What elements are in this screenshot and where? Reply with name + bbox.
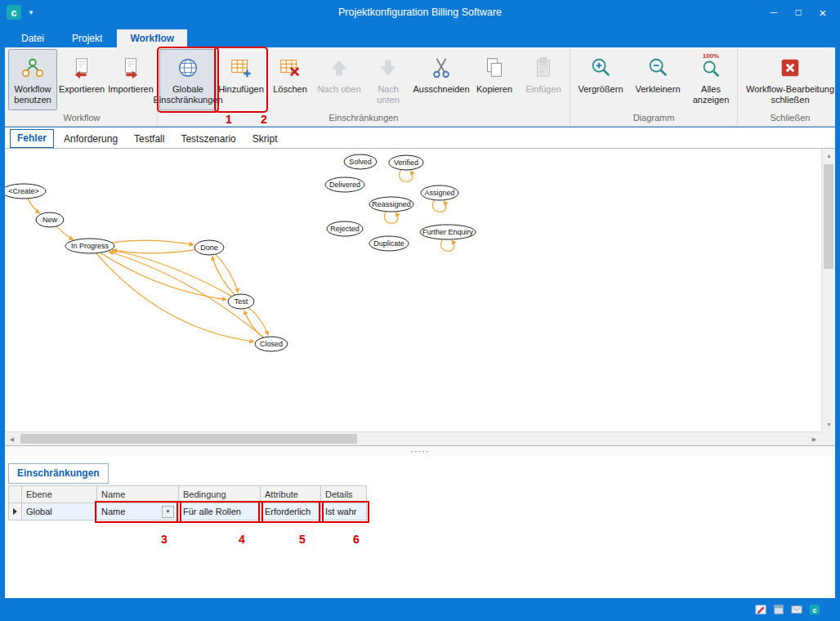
- svg-text:Done: Done: [200, 243, 218, 252]
- diagram-node[interactable]: Duplicate: [369, 236, 409, 251]
- cut-button[interactable]: Ausschneiden: [413, 49, 470, 110]
- copy-button[interactable]: Kopieren: [470, 49, 519, 110]
- diagram-node[interactable]: Verified: [389, 155, 423, 170]
- diagram-node[interactable]: Closed: [255, 337, 288, 351]
- title-bar: Projektkonfiguration Billing Software c …: [5, 0, 835, 25]
- maximize-button[interactable]: □: [786, 2, 811, 22]
- paste-button: Einfügen: [519, 49, 568, 110]
- annotation-2: 2: [261, 113, 267, 126]
- ribbon-group-schliessen: Workflow-Bearbeitung schließen Schließen: [738, 49, 840, 126]
- add-constraint-button[interactable]: Hinzufügen: [217, 49, 266, 110]
- ribbon-group-einschraenkungen: Globale Einschränkungen Hinzufügen Lösch…: [158, 49, 570, 126]
- table-header-row: Ebene Name Bedingung Attribute Details: [9, 486, 367, 503]
- table-delete-icon: [278, 53, 302, 83]
- ribbon-group-label: Workflow: [8, 110, 155, 126]
- diagram-node[interactable]: In Progress: [65, 239, 114, 253]
- import-button[interactable]: Importieren: [106, 49, 155, 110]
- workflow-diagram-canvas[interactable]: <Create>NewIn ProgressDoneTestClosedSolv…: [5, 149, 821, 431]
- button-label: Nach oben: [317, 84, 360, 95]
- cell-attribute[interactable]: Erforderlich: [261, 503, 321, 520]
- status-design-icon[interactable]: [754, 604, 766, 616]
- status-app-logo-icon[interactable]: c: [808, 604, 820, 616]
- horizontal-scrollbar[interactable]: ◀ ▶: [5, 431, 821, 445]
- svg-text:Verified: Verified: [394, 159, 418, 167]
- doctab-anforderung[interactable]: Anforderung: [57, 131, 124, 148]
- tab-projekt[interactable]: Projekt: [59, 29, 115, 47]
- ribbon: Workflow benutzen Exportieren Importiere…: [5, 47, 835, 127]
- close-workflow-editing-button[interactable]: Workflow-Bearbeitung schließen: [739, 49, 840, 110]
- ribbon-group-diagramm: Vergrößern Verkleinern 100% Alles anzeig…: [570, 49, 738, 126]
- cell-name-dropdown[interactable]: Name ▼: [97, 503, 179, 520]
- scroll-up-icon[interactable]: ▲: [822, 149, 836, 163]
- zoom-out-icon: [646, 53, 670, 83]
- row-selector-header: [9, 486, 22, 503]
- svg-text:c: c: [812, 606, 816, 614]
- doctab-testfall[interactable]: Testfall: [127, 131, 171, 148]
- minimize-button[interactable]: ─: [762, 2, 786, 22]
- window-title: Projektkonfiguration Billing Software: [5, 7, 835, 18]
- delete-constraint-button[interactable]: Löschen: [266, 49, 315, 110]
- diagram-node[interactable]: New: [36, 212, 64, 227]
- scroll-left-icon[interactable]: ◀: [5, 432, 19, 446]
- app-icon[interactable]: c: [7, 5, 21, 20]
- svg-text:Reassigned: Reassigned: [372, 200, 411, 208]
- diagram-node[interactable]: Reassigned: [369, 197, 413, 212]
- ribbon-group-label: Schließen: [739, 110, 840, 126]
- zoom-in-button[interactable]: Vergrößern: [572, 49, 629, 110]
- button-label: Verkleinern: [635, 84, 680, 95]
- tab-datei[interactable]: Datei: [8, 29, 57, 47]
- button-label: Hinzufügen: [218, 84, 264, 95]
- diagram-node[interactable]: Done: [194, 240, 224, 255]
- workflow-diagram[interactable]: <Create>NewIn ProgressDoneTestClosedSolv…: [5, 149, 821, 431]
- vertical-scroll-thumb[interactable]: [824, 164, 833, 269]
- import-icon: [118, 53, 143, 83]
- quick-access-chevron-icon[interactable]: ▼: [28, 9, 34, 16]
- button-label: Workflow benutzen: [10, 84, 56, 105]
- scroll-down-icon[interactable]: ▼: [822, 418, 836, 431]
- export-button[interactable]: Exportieren: [57, 49, 106, 110]
- splitter-handle[interactable]: ·····: [5, 446, 835, 456]
- vertical-scrollbar[interactable]: ▲ ▼: [821, 149, 835, 431]
- zoom-out-button[interactable]: Verkleinern: [629, 49, 686, 110]
- button-label: Kopieren: [476, 84, 512, 95]
- cell-bedingung[interactable]: Für alle Rollen: [179, 503, 261, 520]
- zoom-all-button[interactable]: 100% Alles anzeigen: [686, 49, 735, 110]
- status-message-icon[interactable]: [790, 604, 802, 616]
- diagram-node[interactable]: <Create>: [5, 184, 46, 199]
- ribbon-tab-row: Datei Projekt Workflow: [5, 25, 835, 47]
- move-down-button: Nach unten: [364, 49, 413, 110]
- arrow-down-icon: [376, 53, 400, 83]
- row-selector-icon: [13, 508, 17, 515]
- annotation-6: 6: [353, 533, 360, 546]
- chevron-down-icon[interactable]: ▼: [162, 506, 174, 518]
- diagram-node[interactable]: Assigned: [421, 185, 458, 200]
- button-label: Nach unten: [365, 84, 411, 105]
- ribbon-group-label: Diagramm: [572, 110, 735, 126]
- tab-workflow[interactable]: Workflow: [117, 29, 187, 47]
- diagram-node[interactable]: Further Enquiry: [420, 225, 476, 239]
- globe-icon: [176, 53, 200, 83]
- dropdown-value: Name: [101, 507, 125, 516]
- scroll-right-icon[interactable]: ▶: [807, 432, 821, 446]
- row-selector[interactable]: [9, 503, 22, 520]
- global-constraints-button[interactable]: Globale Einschränkungen: [159, 49, 217, 110]
- cell-ebene[interactable]: Global: [22, 503, 97, 520]
- col-header-attribute: Attribute: [261, 486, 321, 503]
- horizontal-scroll-thumb[interactable]: [20, 434, 357, 444]
- status-bar: c: [5, 598, 835, 621]
- doctab-testszenario[interactable]: Testszenario: [174, 131, 242, 148]
- status-window-icon[interactable]: [772, 604, 784, 616]
- doctab-skript[interactable]: Skript: [246, 131, 284, 148]
- diagram-node[interactable]: Test: [228, 294, 254, 309]
- annotation-4: 4: [239, 533, 245, 546]
- diagram-node[interactable]: Rejected: [327, 221, 363, 236]
- cell-details[interactable]: Ist wahr: [321, 503, 367, 520]
- close-button[interactable]: ×: [811, 2, 835, 22]
- scissors-icon: [429, 53, 454, 83]
- svg-text:Solved: Solved: [349, 158, 372, 166]
- diagram-node[interactable]: Solved: [344, 154, 377, 169]
- doctab-fehler[interactable]: Fehler: [10, 129, 54, 148]
- diagram-node[interactable]: Delivered: [325, 177, 364, 192]
- tab-einschraenkungen[interactable]: Einschränkungen: [8, 463, 109, 484]
- workflow-use-button[interactable]: Workflow benutzen: [8, 49, 57, 110]
